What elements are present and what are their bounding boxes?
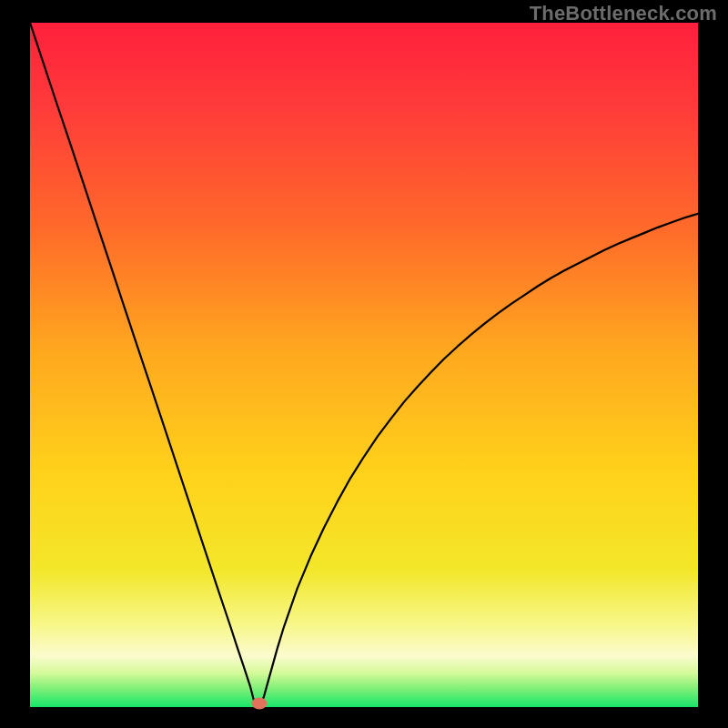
gradient-background [30, 23, 698, 707]
optimal-point-marker [252, 698, 268, 710]
chart-frame: TheBottleneck.com [0, 0, 728, 728]
watermark-text: TheBottleneck.com [530, 2, 717, 25]
bottleneck-chart [30, 23, 698, 707]
